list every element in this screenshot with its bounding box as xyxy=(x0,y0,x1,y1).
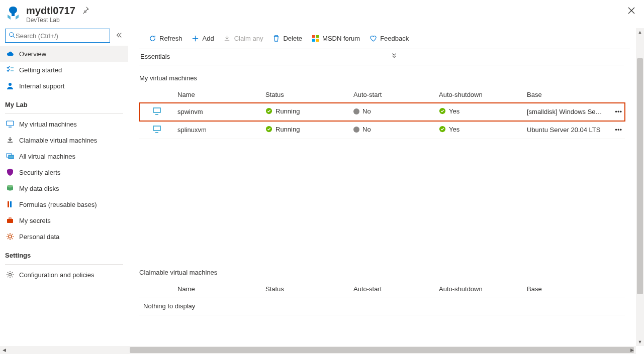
col-autostart[interactable]: Auto-start xyxy=(350,281,436,297)
sidebar-item-claimable-vms[interactable]: Claimable virtual machines xyxy=(0,132,128,148)
download-icon xyxy=(6,136,14,144)
row-more-button[interactable]: ••• xyxy=(607,121,625,139)
svg-rect-5 xyxy=(7,121,14,126)
svg-rect-18 xyxy=(316,35,319,38)
add-button[interactable]: Add xyxy=(188,31,218,46)
sidebar-item-getting-started[interactable]: Getting started xyxy=(0,62,128,78)
pin-button[interactable] xyxy=(82,7,89,15)
table-row[interactable]: splinuxvm Running No Yes Ubuntu Server 2… xyxy=(139,121,625,139)
col-base[interactable]: Base xyxy=(524,87,607,103)
refresh-button[interactable]: Refresh xyxy=(144,31,187,46)
col-status[interactable]: Status xyxy=(262,281,350,297)
essentials-panel[interactable]: Essentials xyxy=(139,49,624,65)
table-header-row: Name Status Auto-start Auto-shutdown Bas… xyxy=(139,281,625,297)
sidebar-item-my-data-disks[interactable]: My data disks xyxy=(0,180,128,196)
col-status[interactable]: Status xyxy=(262,87,350,103)
microsoft-icon xyxy=(311,34,319,42)
search-icon xyxy=(9,32,16,40)
sidebar-item-label: Security alerts xyxy=(19,169,60,176)
toolbar: Refresh Add Claim any Delete MSDN forum … xyxy=(139,27,630,49)
feedback-button[interactable]: Feedback xyxy=(365,31,413,46)
empty-message: Nothing to display xyxy=(139,297,625,315)
msdn-forum-button[interactable]: MSDN forum xyxy=(307,31,364,46)
check-circle-icon xyxy=(439,107,446,114)
sidebar-item-label: Getting started xyxy=(19,66,62,74)
sidebar-item-label: All virtual machines xyxy=(19,153,75,160)
close-button[interactable] xyxy=(626,5,637,18)
col-base[interactable]: Base xyxy=(524,281,607,297)
briefcase-icon xyxy=(6,216,14,224)
col-name[interactable]: Name xyxy=(174,87,262,103)
toolbar-label: Refresh xyxy=(159,35,182,42)
vm-autoshutdown: Yes xyxy=(449,107,459,115)
vm-status: Running xyxy=(275,107,300,115)
search-input[interactable] xyxy=(16,32,107,40)
sidebar-item-label: Overview xyxy=(19,50,46,58)
scroll-left-icon[interactable]: ◀ xyxy=(0,346,8,354)
chevron-down-double-icon[interactable] xyxy=(391,52,398,61)
sidebar-item-overview[interactable]: Overview xyxy=(0,46,128,62)
divider xyxy=(5,113,123,114)
svg-point-16 xyxy=(9,274,12,276)
sidebar-item-my-secrets[interactable]: My secrets xyxy=(0,212,128,228)
claimable-vms-table: Name Status Auto-start Auto-shutdown Bas… xyxy=(139,281,625,297)
sidebar-item-personal-data[interactable]: Personal data xyxy=(0,228,128,245)
col-name[interactable]: Name xyxy=(174,281,262,297)
sidebar-item-formulas[interactable]: Formulas (reusable bases) xyxy=(0,196,128,212)
trash-icon xyxy=(272,34,280,42)
col-autoshutdown[interactable]: Auto-shutdown xyxy=(436,281,524,297)
vertical-scrollbar[interactable]: ▲ ▼ xyxy=(636,28,644,346)
svg-rect-14 xyxy=(9,218,11,219)
scroll-up-icon[interactable]: ▲ xyxy=(636,28,644,36)
sidebar-item-label: Internal support xyxy=(19,82,64,90)
svg-rect-22 xyxy=(154,108,160,112)
vm-name: spwinvm xyxy=(174,103,262,121)
toolbar-label: MSDN forum xyxy=(322,35,360,42)
my-vms-table: Name Status Auto-start Auto-shutdown Bas… xyxy=(139,87,625,139)
scroll-right-icon[interactable]: ▶ xyxy=(628,346,636,354)
sidebar: Overview Getting started Internal suppor… xyxy=(0,27,128,352)
vm-base: [smalldisk] Windows Serve… xyxy=(524,103,607,121)
horizontal-scrollbar[interactable]: ◀ ▶ xyxy=(0,346,636,354)
svg-line-1 xyxy=(13,36,15,38)
sidebar-item-my-vms[interactable]: My virtual machines xyxy=(0,116,128,132)
refresh-icon xyxy=(148,34,156,42)
svg-point-10 xyxy=(7,185,13,188)
sidebar-item-all-vms[interactable]: All virtual machines xyxy=(0,148,128,164)
sidebar-search[interactable] xyxy=(5,29,110,43)
sidebar-item-label: Formulas (reusable bases) xyxy=(19,201,97,208)
toolbar-label: Claim any xyxy=(234,35,263,42)
sidebar-item-label: My secrets xyxy=(19,217,51,224)
sidebar-item-label: Personal data xyxy=(19,233,59,241)
svg-point-0 xyxy=(10,32,14,36)
disk-icon xyxy=(6,184,14,192)
table-row[interactable]: spwinvm Running No Yes [smalldisk] Windo… xyxy=(139,103,625,121)
sidebar-item-label: Configuration and policies xyxy=(19,271,95,279)
toolbar-label: Feedback xyxy=(380,35,409,42)
vm-autoshutdown: Yes xyxy=(449,126,459,133)
col-autostart[interactable]: Auto-start xyxy=(350,87,436,103)
delete-button[interactable]: Delete xyxy=(268,31,306,46)
person-icon xyxy=(6,82,14,90)
row-more-button[interactable]: ••• xyxy=(607,103,625,121)
vm-name: splinuxvm xyxy=(174,121,262,139)
check-circle-icon xyxy=(265,107,272,114)
scroll-down-icon[interactable]: ▼ xyxy=(636,338,644,346)
sidebar-item-label: My data disks xyxy=(19,185,59,192)
collapse-sidebar-button[interactable] xyxy=(115,32,122,40)
shield-icon xyxy=(6,168,14,176)
sidebar-item-internal-support[interactable]: Internal support xyxy=(0,78,128,94)
scroll-thumb[interactable] xyxy=(130,347,634,353)
page-subtitle: DevTest Lab xyxy=(26,17,626,24)
claimable-vms-title: Claimable virtual machines xyxy=(139,260,625,281)
col-autoshutdown[interactable]: Auto-shutdown xyxy=(436,87,524,103)
sidebar-item-security-alerts[interactable]: Security alerts xyxy=(0,164,128,180)
scroll-thumb[interactable] xyxy=(637,58,643,294)
plus-icon xyxy=(192,34,200,42)
heart-icon xyxy=(369,34,377,42)
claim-any-button: Claim any xyxy=(219,31,267,46)
svg-rect-20 xyxy=(316,39,319,42)
vm-icon xyxy=(6,120,14,128)
sidebar-item-configuration[interactable]: Configuration and policies xyxy=(0,267,128,283)
check-circle-icon xyxy=(439,126,446,133)
